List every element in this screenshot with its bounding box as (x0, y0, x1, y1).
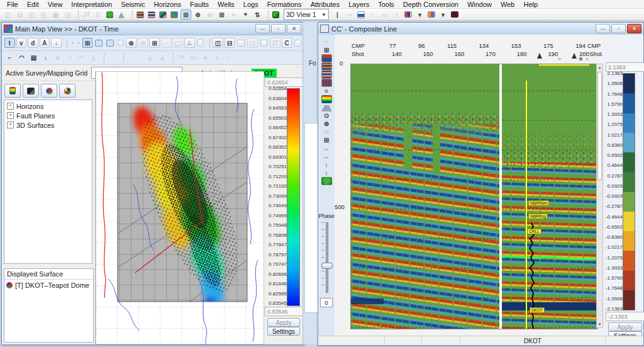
backslash-tool-icon[interactable]: ∖ (391, 9, 402, 20)
phase-slider-track[interactable] (326, 222, 328, 293)
snapshot-icon[interactable] (260, 40, 268, 47)
depth-domain-button[interactable]: d (28, 38, 38, 48)
menu-item[interactable]: File (3, 1, 23, 8)
tile-views-icon[interactable]: ⊞ (180, 9, 191, 20)
menu-item[interactable]: Horizons (150, 1, 186, 8)
menu-item[interactable]: Window (463, 1, 496, 8)
color-scale-icon[interactable] (321, 95, 332, 103)
time-domain-button[interactable]: t (4, 38, 15, 48)
bug-icon[interactable] (106, 11, 113, 18)
minimize-button[interactable]: — (596, 24, 610, 33)
flask-icon[interactable] (118, 11, 125, 18)
menu-item[interactable]: Wells (213, 1, 239, 8)
restore-windows-icon[interactable]: ▣ (50, 9, 61, 20)
select-polygon-icon[interactable]: ⌐ (4, 53, 15, 63)
select-rect-icon[interactable]: ▭ (188, 53, 199, 63)
close-button[interactable]: ✕ (287, 24, 301, 33)
zoom-out-icon[interactable]: ⊖ (138, 38, 148, 48)
menu-item[interactable]: Logs (239, 1, 263, 8)
histogram-icon[interactable] (237, 40, 245, 47)
stretch-vertical-icon[interactable]: ↕ (321, 161, 332, 169)
list-icon[interactable]: ▤ (28, 53, 39, 63)
color-display-icon[interactable] (321, 62, 332, 71)
phase-slider-thumb[interactable] (321, 263, 333, 269)
map-window-titlebar[interactable]: Main Map View >> - DKOT - Time — ▫ ✕ (2, 23, 303, 35)
split-vertical-icon[interactable]: ◫ (213, 38, 223, 48)
shrink-horizontal-icon[interactable]: ↔ (321, 152, 332, 161)
select-icon[interactable]: + (321, 38, 332, 46)
perpendicular-icon[interactable]: ⊥ (88, 53, 99, 63)
menu-item[interactable]: Layers (344, 1, 374, 8)
menu-item[interactable]: Edit (23, 1, 43, 8)
amplitude-min-input[interactable]: -2.1363 (606, 312, 644, 321)
tree-item[interactable]: + Horizons (4, 101, 92, 111)
minimize-button[interactable]: — (255, 24, 270, 33)
settings-button[interactable]: Settings (267, 327, 300, 336)
zoom-out-icon[interactable]: ⊖ (204, 9, 215, 20)
base-map-view-icon[interactable] (170, 11, 178, 18)
restore-button[interactable]: ▫ (271, 24, 286, 33)
arbitrary-line-view-icon[interactable] (148, 11, 155, 18)
menu-item[interactable]: Formations (263, 1, 306, 8)
line-draw-icon[interactable]: ∕ (64, 53, 75, 63)
rectangle-tool-icon[interactable]: ▭ (379, 9, 390, 20)
menu-item[interactable]: Attributes (306, 1, 344, 8)
scroll-down-icon[interactable]: ▼ (597, 321, 602, 327)
velocity-domain-button[interactable]: v (16, 38, 27, 48)
menu-item[interactable]: View (43, 1, 67, 8)
flatten-icon[interactable] (321, 103, 332, 111)
menu-item[interactable]: Faults (186, 1, 213, 8)
bug-icon[interactable] (294, 40, 301, 47)
fault-display-icon[interactable] (95, 40, 103, 47)
horizontal-tool-icon[interactable]: — (344, 9, 355, 20)
picker-icon[interactable]: ⊙ (321, 111, 332, 120)
fault-color-set-icon[interactable] (404, 11, 412, 18)
stretch-horizontal-icon[interactable]: ↔ (321, 144, 332, 152)
wiggle-display-icon[interactable] (321, 71, 332, 79)
jt-icon[interactable]: JT (270, 38, 280, 48)
seismic-view-icon[interactable] (136, 11, 144, 18)
pick-horizon-icon[interactable] (109, 57, 110, 59)
amplitude-button[interactable]: A (40, 38, 50, 48)
zoom-in-icon[interactable]: ⊕ (192, 9, 203, 20)
menu-item[interactable]: Depth Conversion (399, 1, 463, 8)
select-curve-icon[interactable]: ◠ (16, 53, 27, 63)
posted-data-icon[interactable]: ∴ (184, 38, 195, 48)
menu-item[interactable]: Help (519, 1, 542, 8)
cascade-windows-icon[interactable]: ◱ (26, 9, 37, 20)
fault-color-dropdown-icon[interactable]: ▾ (414, 9, 425, 20)
pan-icon[interactable]: + (228, 9, 239, 20)
tile-horizontal-icon[interactable]: ◫ (3, 9, 13, 20)
seismic-section-canvas[interactable]: NBRRbmNBRRsgCRLLDKOT (350, 64, 597, 329)
horizon-color-dropdown-icon[interactable]: ▾ (438, 9, 448, 20)
zoom-out-icon[interactable]: ⊖ (321, 128, 332, 136)
split-horizontal-icon[interactable]: ⊟ (225, 38, 235, 48)
arc-draw-icon[interactable]: ◠ (76, 53, 87, 63)
horizon-color-set-icon[interactable] (428, 11, 435, 18)
menu-item[interactable]: Tools (374, 1, 399, 8)
fault-pick-icon[interactable] (78, 42, 79, 43)
minimize-all-icon[interactable]: ◲ (62, 9, 73, 20)
fault-segment2-icon[interactable] (135, 57, 136, 59)
wavelet-icon[interactable]: ≈ (321, 87, 332, 95)
zoom-window-icon[interactable]: ⊞ (321, 46, 332, 54)
zoom-all-icon[interactable]: ⊞ (216, 9, 227, 20)
zoom-in-icon[interactable]: ⊕ (126, 38, 136, 48)
angle-icon[interactable]: ∠ (145, 53, 156, 63)
scroll-up-icon[interactable]: ▲ (597, 64, 602, 71)
zoom-in-icon[interactable]: ⊕ (321, 120, 332, 128)
fit-icon[interactable]: ⊞ (321, 136, 332, 144)
color-scale-min-input[interactable]: 0.83545 (265, 307, 304, 316)
bug-icon[interactable] (321, 177, 332, 185)
menu-item[interactable]: Interpretation (67, 1, 116, 8)
fault-segment-icon[interactable] (128, 57, 130, 59)
color-scale-icon[interactable] (197, 39, 204, 47)
jt-tool-icon[interactable]: JT (81, 9, 92, 20)
fault-segment3-icon[interactable] (141, 57, 142, 59)
shrink-vertical-icon[interactable]: ↕ (321, 169, 332, 177)
seismic-window-titlebar[interactable]: CC' - Composite Line — ▫ ✕ (318, 23, 643, 35)
c-tool-icon[interactable]: C (93, 9, 104, 20)
report-icon[interactable]: ▢ (172, 38, 183, 48)
vertical-scrollbar[interactable]: ▲ ▼ (596, 64, 603, 328)
active-color-swatch[interactable] (451, 11, 458, 18)
